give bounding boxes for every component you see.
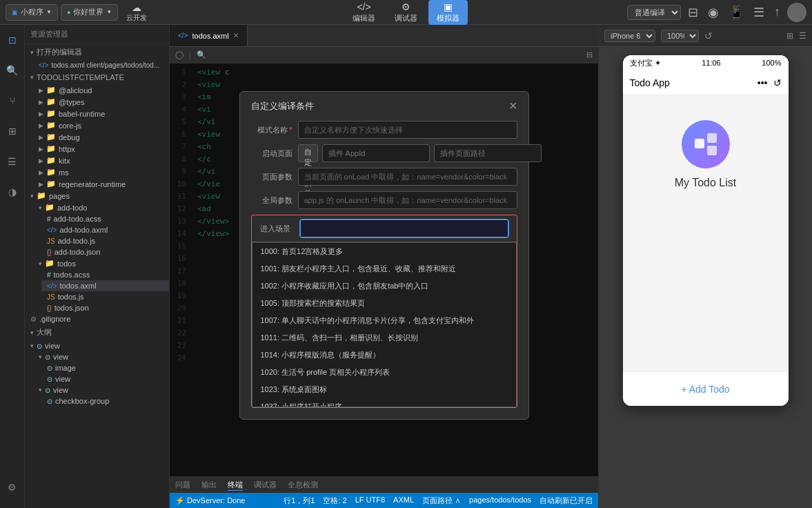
- pages-icon[interactable]: ☰: [3, 152, 22, 171]
- nav-menu-icon[interactable]: •••: [757, 77, 768, 88]
- device-selector[interactable]: iPhone 6: [604, 30, 655, 42]
- phone-view-btn[interactable]: ☰: [799, 31, 806, 41]
- preview-btn[interactable]: ◉: [705, 5, 722, 20]
- bottom-tab-output[interactable]: 输出: [201, 480, 217, 490]
- scene-option-1005[interactable]: 1005: 顶部搜索栏的搜索结果页: [252, 295, 516, 312]
- mode-name-input[interactable]: [298, 121, 517, 139]
- js-icon: JS: [47, 293, 55, 301]
- components-icon[interactable]: ◑: [3, 182, 22, 202]
- tree-item[interactable]: ▶ 📁 kitx: [33, 155, 169, 166]
- bottom-tab-problems[interactable]: 问题: [175, 480, 190, 490]
- checkbox-icon: ⊙: [47, 398, 52, 405]
- todos-axml[interactable]: </> todos.axml: [41, 280, 169, 291]
- settings-icon[interactable]: ⚙: [3, 478, 22, 497]
- bottom-tab-debugger[interactable]: 调试器: [254, 480, 277, 490]
- outline-view-2[interactable]: ▾ ⊙ view: [33, 351, 169, 362]
- json-icon: {}: [47, 304, 52, 312]
- extensions-icon[interactable]: ⊞: [3, 121, 22, 141]
- editor-toolbar: ◯ | 🔍 ⊟: [170, 47, 598, 63]
- files-icon[interactable]: ⊡: [3, 30, 22, 50]
- scene-header: 进入场景: [252, 215, 517, 242]
- phone-nav-bar: Todo App ••• ↺: [623, 70, 789, 95]
- compile-select[interactable]: 普通编译: [627, 5, 681, 20]
- scene-option-1007[interactable]: 1007: 单人聊天话中的小程序消息卡片(分享，包含支付宝内和外: [252, 312, 516, 329]
- plugin-path-input[interactable]: [434, 144, 542, 162]
- app-selector[interactable]: ▣ 小程序 ▼: [6, 4, 58, 21]
- tree-item[interactable]: ▶ 📁 @types: [33, 96, 169, 108]
- scene-option-1020[interactable]: 1020: 生活号 profile 页相关小程序列表: [252, 364, 516, 381]
- scene-option-1000[interactable]: 1000: 首页12宫格及更多: [252, 242, 516, 260]
- tree-item[interactable]: ▶ 📁 babel-runtime: [33, 108, 169, 119]
- add-todo-acss[interactable]: # add-todo.acss: [41, 213, 169, 224]
- todos-js[interactable]: JS todos.js: [41, 291, 169, 302]
- debugger-btn[interactable]: ⚙ 调试器: [386, 0, 426, 25]
- project-arrow: ▾: [30, 74, 34, 81]
- gitignore-item[interactable]: ⚙ .gitignore: [25, 313, 169, 324]
- refresh-preview-btn[interactable]: ↺: [704, 30, 713, 41]
- world-selector[interactable]: ● 你好世界 ▼: [61, 4, 118, 21]
- todos-folder[interactable]: ▾ 📁 todos: [33, 257, 169, 269]
- tree-item[interactable]: ▶ 📁 core-js: [33, 119, 169, 131]
- todos-json[interactable]: {} todos.json: [41, 302, 169, 313]
- add-todo-btn[interactable]: + Add Todo: [681, 384, 729, 395]
- tree-item[interactable]: ▶ 📁 @alicloud: [33, 84, 169, 96]
- scene-option-1037[interactable]: 1037: 小程序打开小程序: [252, 398, 516, 407]
- grid-view-btn[interactable]: ⊞: [786, 31, 793, 41]
- source-control-icon[interactable]: ⑂: [3, 91, 22, 110]
- global-params-input[interactable]: [298, 191, 517, 209]
- acss-icon: #: [47, 271, 51, 279]
- add-todo-js[interactable]: JS add-todo.js: [41, 235, 169, 246]
- search-icon[interactable]: 🔍: [3, 61, 22, 80]
- page-params-input[interactable]: [298, 168, 517, 186]
- scene-option-1002[interactable]: 1002: 小程序收藏应用入口，包含朋友tab中的入口: [252, 277, 516, 295]
- tree-item[interactable]: ▶ 📁 ms: [33, 166, 169, 178]
- clear-cache-btn[interactable]: ⊟: [685, 5, 701, 20]
- search-toolbar-icon[interactable]: 🔍: [197, 50, 206, 59]
- zoom-selector[interactable]: 100%: [661, 30, 699, 42]
- nav-refresh-icon[interactable]: ↺: [773, 77, 782, 88]
- open-file-item[interactable]: </> todos.axml client/pages/todos/tod...: [33, 60, 169, 70]
- details-btn[interactable]: ☰: [751, 5, 767, 20]
- simulator-btn[interactable]: ▣ 模拟器: [428, 0, 468, 25]
- todos-acss[interactable]: # todos.acss: [41, 269, 169, 280]
- add-todo-json[interactable]: {} add-todo.json: [41, 246, 169, 257]
- outline-section[interactable]: ▾ 大纲: [25, 324, 169, 340]
- launch-page-btn[interactable]: 自定义插件▼: [298, 144, 318, 162]
- outline-checkbox-group[interactable]: ⊙ checkbox-group: [41, 395, 169, 407]
- bottom-tabs: 问题 输出 终端 调试器 全息检测: [170, 476, 598, 493]
- scene-option-1001[interactable]: 1001: 朋友栏小程序主入口，包含最近、收藏、推荐和附近: [252, 260, 516, 277]
- tree-item[interactable]: ▶ 📁 httpx: [33, 143, 169, 155]
- tab-todos-axml[interactable]: </> todos.axml ✕: [170, 25, 248, 46]
- tree-item[interactable]: ▶ 📁 debug: [33, 131, 169, 143]
- cloud-btn[interactable]: ☁ 云开发: [121, 2, 152, 23]
- scene-option-1014[interactable]: 1014: 小程序模版消息（服务提醒）: [252, 346, 516, 364]
- phone-footer[interactable]: + Add Todo: [623, 371, 789, 406]
- svg-rect-0: [695, 139, 704, 148]
- modal-title: 自定义编译条件: [251, 100, 314, 113]
- tab-close-btn[interactable]: ✕: [233, 32, 239, 39]
- project-section[interactable]: ▾ TODOLISTFCTEMPLATE: [25, 70, 169, 84]
- modal-close-btn[interactable]: ✕: [508, 101, 517, 112]
- outline-view-4[interactable]: ▾ ⊙ view: [33, 384, 169, 395]
- split-editor-icon[interactable]: ⊟: [586, 50, 593, 59]
- outline-view-1[interactable]: ▾ ⊙ view: [25, 340, 169, 351]
- outline-view-3[interactable]: ⊙ view: [41, 373, 169, 384]
- add-todo-axml[interactable]: </> add-todo.axml: [41, 224, 169, 235]
- upload-btn[interactable]: ↑: [771, 5, 783, 19]
- devserver-status: ⚡ DevServer: Done: [175, 496, 245, 505]
- bottom-tab-holographic[interactable]: 全息检测: [288, 480, 318, 490]
- outline-image[interactable]: ⊙ image: [41, 362, 169, 373]
- pages-folder[interactable]: ▾ 📁 pages: [25, 190, 169, 202]
- device-debug-btn[interactable]: 📱: [726, 5, 746, 20]
- bottom-tab-terminal[interactable]: 终端: [228, 480, 243, 491]
- scene-option-1023[interactable]: 1023: 系统桌面图标: [252, 381, 516, 398]
- breadcrumb[interactable]: 页面路径 ∧: [422, 496, 461, 506]
- tree-item[interactable]: ▶ 📁 regenerator-runtime: [33, 178, 169, 190]
- plugin-appid-input[interactable]: [322, 144, 430, 162]
- scene-option-1011[interactable]: 1011: 二维码、含扫一扫，相册识别、长按识别: [252, 329, 516, 346]
- editor-btn[interactable]: </> 编辑器: [344, 0, 384, 25]
- open-editors-section[interactable]: ▾ 打开的编辑器: [25, 44, 169, 60]
- app-selector-chevron: ▼: [46, 9, 52, 15]
- scene-input[interactable]: [300, 219, 508, 237]
- add-todo-folder[interactable]: ▾ 📁 add-todo: [33, 202, 169, 213]
